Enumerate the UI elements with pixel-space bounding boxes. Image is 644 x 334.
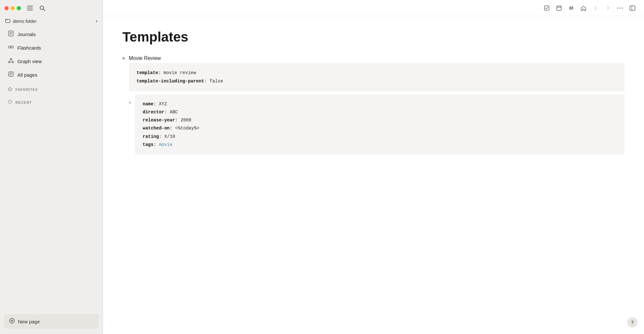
calendar-button[interactable] — [554, 3, 564, 13]
template-key: template — [137, 70, 158, 75]
more-options-button[interactable] — [615, 3, 625, 13]
code-line-template-including-parent: template-including-parent: false — [137, 77, 617, 85]
template-including-parent-key: template-including-parent — [137, 79, 204, 84]
checklist-button[interactable] — [542, 3, 552, 13]
template-name: Movie Review — [129, 55, 161, 61]
folder-icon — [5, 18, 10, 24]
svg-line-16 — [10, 60, 11, 62]
svg-line-34 — [572, 6, 573, 10]
home-button[interactable] — [578, 3, 589, 13]
director-key: director — [143, 110, 164, 115]
tags-value: movie — [159, 142, 172, 147]
close-button[interactable] — [5, 6, 9, 10]
svg-rect-29 — [557, 6, 561, 10]
favorites-section-header: FAVORITES — [3, 83, 100, 94]
svg-point-14 — [8, 62, 10, 63]
svg-rect-2 — [27, 10, 33, 10]
back-button[interactable] — [591, 3, 601, 13]
code-line-release-year: release-year: 2009 — [143, 116, 617, 124]
all-pages-icon — [8, 71, 14, 78]
svg-point-37 — [618, 7, 619, 8]
sidebar-toggle-button[interactable] — [627, 3, 638, 13]
sidebar-item-journals[interactable]: Journals — [3, 28, 100, 41]
svg-line-4 — [43, 9, 45, 11]
hamburger-menu-button[interactable] — [25, 4, 34, 13]
template-including-parent-value: false — [210, 79, 223, 84]
template-item-movie-review: Movie Review template: movie review temp… — [122, 55, 625, 158]
forward-button[interactable] — [603, 3, 613, 13]
sidebar: demo folder ▾ Journals Flashcards — [0, 0, 103, 334]
main-content: Templates Movie Review template: movie r… — [103, 0, 644, 334]
search-button[interactable] — [38, 4, 47, 13]
favorites-label: FAVORITES — [15, 88, 38, 91]
flashcards-label: Flashcards — [17, 45, 41, 51]
release-year-value: 2009 — [181, 118, 192, 123]
svg-line-33 — [570, 6, 571, 10]
name-value: XYZ — [159, 101, 167, 107]
svg-point-39 — [622, 7, 623, 8]
svg-rect-0 — [27, 6, 33, 6]
release-year-key: release-year — [143, 118, 175, 123]
svg-point-10 — [9, 46, 11, 48]
new-page-label: New page — [18, 319, 40, 324]
svg-point-38 — [620, 7, 621, 8]
folder-name: demo folder — [13, 19, 93, 24]
folder-row[interactable]: demo folder ▾ — [0, 16, 103, 27]
code-line-director: director: ABC — [143, 108, 617, 116]
recent-section-header: RECENT — [3, 96, 100, 107]
meta-code-block: template: movie review template-includin… — [129, 63, 625, 91]
rating-key: rating — [143, 134, 159, 139]
svg-point-15 — [12, 62, 14, 63]
name-key: name — [143, 101, 154, 107]
maximize-button[interactable] — [17, 6, 21, 10]
svg-rect-1 — [27, 8, 33, 8]
content-area: Templates Movie Review template: movie r… — [103, 16, 644, 334]
folder-chevron-icon: ▾ — [96, 19, 98, 24]
graph-view-label: Graph view — [17, 59, 42, 64]
template-value: movie review — [164, 70, 196, 75]
page-title: Templates — [122, 29, 625, 45]
code-line-template: template: movie review — [137, 69, 617, 77]
rating-value: X/10 — [164, 134, 175, 139]
sidebar-item-graph-view[interactable]: Graph view — [3, 55, 100, 68]
minimize-button[interactable] — [11, 6, 15, 10]
recent-label: RECENT — [15, 100, 32, 104]
sub-bullet-dot — [129, 101, 131, 104]
new-page-icon — [9, 318, 15, 325]
watched-on-key: watched-on — [143, 126, 170, 131]
traffic-lights — [5, 6, 21, 10]
sidebar-item-all-pages[interactable]: All pages — [3, 68, 100, 81]
tags-key: tags — [143, 142, 154, 147]
template-header: Movie Review — [122, 55, 625, 61]
bullet-dot — [122, 57, 125, 60]
svg-line-17 — [12, 60, 13, 62]
svg-point-11 — [11, 46, 14, 48]
svg-rect-40 — [630, 6, 635, 10]
code-line-rating: rating: X/10 — [143, 133, 617, 141]
topbar — [103, 0, 644, 16]
graph-view-icon — [8, 58, 14, 65]
code-line-tags: tags: movie — [143, 141, 617, 149]
recent-icon — [8, 100, 12, 105]
data-code-block: name: XYZ director: ABC release-year: 20… — [135, 94, 625, 155]
watched-on-value: <%today%> — [175, 126, 200, 131]
flashcards-icon — [8, 44, 14, 51]
all-pages-label: All pages — [17, 72, 37, 78]
sidebar-item-flashcards[interactable]: Flashcards — [3, 41, 100, 54]
favorites-icon — [8, 87, 12, 92]
titlebar — [0, 0, 103, 16]
sidebar-controls — [25, 4, 47, 13]
code-line-watched-on: watched-on: <%today%> — [143, 124, 617, 132]
code-line-name: name: XYZ — [143, 100, 617, 108]
journals-label: Journals — [17, 32, 36, 37]
journals-icon — [8, 31, 14, 38]
svg-marker-23 — [8, 87, 12, 91]
new-page-button[interactable]: New page — [4, 314, 99, 329]
svg-point-13 — [10, 58, 12, 60]
hashtag-button[interactable] — [566, 3, 576, 13]
director-value: ABC — [170, 110, 178, 115]
help-button[interactable]: ? — [627, 317, 638, 328]
